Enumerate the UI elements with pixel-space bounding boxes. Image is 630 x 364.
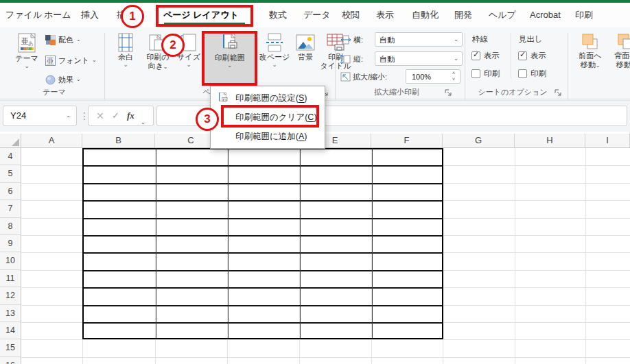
gridlines-view-label: 表示 <box>484 51 500 61</box>
background-button[interactable]: 背景 <box>292 31 319 84</box>
row-header-13[interactable]: 13 <box>0 305 21 322</box>
tab-3[interactable]: 描画 <box>117 3 135 27</box>
headings-view-checkbox[interactable] <box>518 51 527 60</box>
row-header-14[interactable]: 14 <box>0 322 21 339</box>
scale-width-label: 横: <box>353 35 363 45</box>
gridline <box>585 148 586 364</box>
row-header-9[interactable]: 9 <box>0 235 21 252</box>
row-header-12[interactable]: 12 <box>0 287 21 304</box>
orientation-icon <box>148 33 168 52</box>
send-backward-button[interactable]: 背面へ 移動 <box>609 31 630 84</box>
themes-button[interactable]: 亜あ テーマ <box>10 31 44 84</box>
tab-1[interactable]: ホーム <box>44 3 71 27</box>
row-header-8[interactable]: 8 <box>0 218 21 235</box>
theme-colors-button[interactable]: 配色 <box>45 33 81 47</box>
gridline <box>21 357 630 358</box>
scale-icon <box>340 72 351 82</box>
gridlines-print-checkbox[interactable] <box>471 69 480 78</box>
table-row-border <box>84 270 442 271</box>
theme-fonts-button[interactable]: 亜 フォント <box>45 53 97 67</box>
row-header-6[interactable]: 6 <box>0 183 21 200</box>
tab-11[interactable]: ヘルプ <box>489 3 516 27</box>
name-box[interactable]: Y24 <box>3 106 77 126</box>
sheet-options-group-label: シートのオプション <box>467 87 558 97</box>
headings-view-label: 表示 <box>530 51 546 61</box>
cancel-icon[interactable]: ✕ <box>96 106 104 125</box>
tab-0[interactable]: ファイル <box>5 3 42 27</box>
sheet-options-dialog-launcher[interactable] <box>555 87 563 95</box>
scale-value: 100% <box>412 73 431 81</box>
spinner-arrows-icon[interactable]: ˄˅ <box>450 70 457 84</box>
menu-item-label: 印刷範囲に追加 <box>235 132 296 141</box>
width-icon <box>340 35 351 45</box>
tab-2[interactable]: 挿入 <box>81 3 99 27</box>
print-area-button[interactable]: 印刷範囲 <box>203 31 256 84</box>
tab-9[interactable]: 自動化 <box>412 3 439 27</box>
row-header-10[interactable]: 10 <box>0 252 21 269</box>
menu-item-label: 印刷範囲の設定 <box>235 93 296 103</box>
breaks-button[interactable]: 改ページ <box>259 31 290 84</box>
bring-forward-button[interactable]: 前面へ 移動 <box>574 31 607 84</box>
scale-spinner[interactable]: 100% ˄˅ <box>406 69 460 84</box>
column-header-G[interactable]: G <box>443 134 515 148</box>
row-header-11[interactable]: 11 <box>0 270 21 287</box>
headings-title: 見出し <box>519 34 543 45</box>
table-row-border <box>84 305 442 306</box>
margins-button[interactable]: 余白 <box>111 31 140 84</box>
table-row-border <box>84 218 442 219</box>
table-column-border <box>156 149 156 338</box>
table-row-border <box>84 183 442 184</box>
column-header-F[interactable]: F <box>371 134 443 148</box>
tab-8[interactable]: 表示 <box>376 3 394 27</box>
tab-6[interactable]: データ <box>303 3 331 27</box>
margins-icon <box>116 33 135 52</box>
bordered-table-range <box>82 148 443 339</box>
gridlines-print-row: 印刷 <box>471 69 500 79</box>
select-all-corner[interactable] <box>0 134 21 148</box>
tab-7[interactable]: 校閲 <box>342 3 360 27</box>
menu-item-set-print-area[interactable]: 印刷範囲の設定(S) <box>211 88 325 108</box>
enter-icon[interactable]: ✓ <box>112 106 119 125</box>
size-label: サイズ <box>177 53 200 61</box>
scale-label: 拡大/縮小: <box>353 72 387 82</box>
column-header-A[interactable]: A <box>21 134 82 148</box>
send-backward-icon <box>617 33 630 51</box>
row-header-7[interactable]: 7 <box>0 200 21 217</box>
row-header-15[interactable]: 15 <box>0 339 21 356</box>
theme-colors-icon <box>45 35 56 45</box>
scale-width-select[interactable]: 自動 <box>375 32 463 47</box>
group-divider <box>104 33 105 110</box>
menu-item-clear-print-area[interactable]: 印刷範囲のクリア(C) <box>211 108 325 127</box>
menu-item-add-to-print-area[interactable]: 印刷範囲に追加(A) <box>211 127 325 146</box>
size-button[interactable]: サイズ <box>175 31 202 84</box>
table-row-border <box>84 200 442 202</box>
tab-12[interactable]: Acrobat <box>530 3 561 27</box>
gridlines-view-row: 表示 <box>471 51 500 61</box>
bring-forward-icon <box>581 33 599 51</box>
table-column-border <box>228 149 229 338</box>
tab-10[interactable]: 開発 <box>454 3 472 27</box>
chevron-down-icon <box>454 56 458 62</box>
row-header-4[interactable]: 4 <box>0 148 21 165</box>
theme-colors-label: 配色 <box>58 35 73 45</box>
chevron-down-icon <box>111 62 140 68</box>
menu-item-label: 印刷範囲のクリア <box>235 112 305 122</box>
row-header-16[interactable]: 16 <box>0 357 21 364</box>
tab-5[interactable]: 数式 <box>269 3 287 27</box>
orientation-button[interactable]: 印刷の 向き <box>142 31 174 84</box>
chevron-down-icon <box>175 62 202 68</box>
gridlines-view-checkbox[interactable] <box>471 51 480 60</box>
column-header-I[interactable]: I <box>585 134 630 148</box>
scale-dialog-launcher[interactable] <box>445 87 453 95</box>
row-header-5[interactable]: 5 <box>0 165 21 182</box>
theme-effects-icon <box>45 75 56 85</box>
sheet-grid[interactable]: ABCDEFGHI45678910111213141516 <box>0 134 630 364</box>
svg-text:亜: 亜 <box>46 57 54 65</box>
insert-function-icon[interactable]: fx <box>127 106 135 125</box>
theme-effects-button[interactable]: 効果 <box>45 73 81 86</box>
column-header-B[interactable]: B <box>82 134 155 148</box>
headings-print-checkbox[interactable] <box>518 69 527 78</box>
scale-height-select[interactable]: 自動 <box>375 51 463 66</box>
tab-13[interactable]: 印刷 <box>575 3 593 27</box>
column-header-H[interactable]: H <box>515 134 585 148</box>
